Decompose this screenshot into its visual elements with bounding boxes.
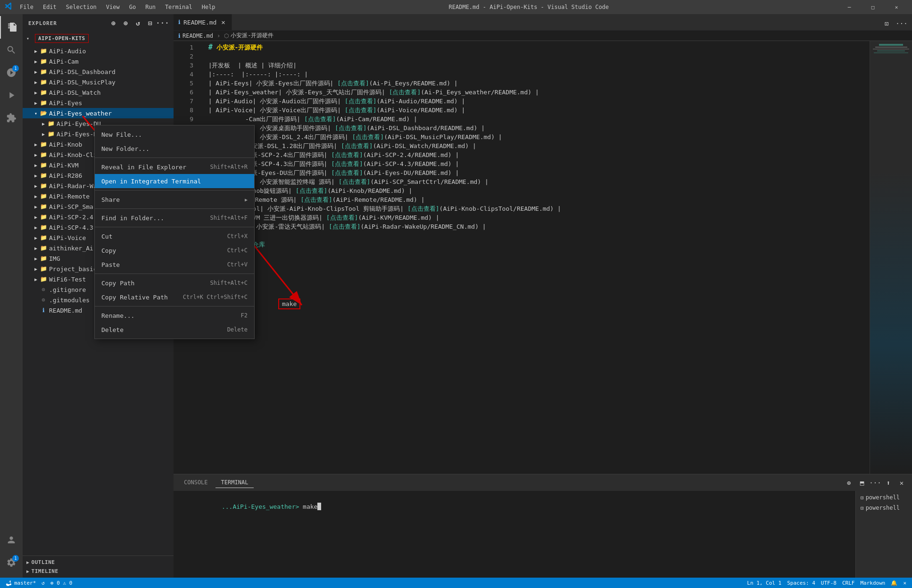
tree-item-eyes[interactable]: ▶ 📁 AiPi-Eyes [23,98,174,108]
ctx-paste[interactable]: Paste Ctrl+V [95,257,254,272]
tab-bar-actions: ⊡ ··· [880,17,912,30]
ctx-share-arrow-icon: ▶ [245,197,248,202]
folder-icon: 📁 [40,141,47,148]
collapse-icon[interactable]: ⊟ [145,18,156,28]
panel-tab-console[interactable]: CONSOLE [178,477,214,488]
ctx-cut[interactable]: Cut Ctrl+X [95,229,254,243]
menu-help[interactable]: Help [198,2,219,12]
status-position[interactable]: Ln 1, Col 1 [744,578,784,588]
more-icon[interactable]: ··· [158,18,168,28]
terminal-instance-1[interactable]: ⊡ powershell [858,493,910,502]
ctx-rename[interactable]: Rename... F2 [95,308,254,323]
gitmodules-file-icon: ⊙ [40,296,47,304]
split-editor-icon[interactable]: ⊡ [880,17,893,30]
menu-file[interactable]: File [16,2,37,12]
activity-account[interactable] [0,529,23,551]
maximize-button[interactable]: □ [862,0,884,14]
ctx-delete[interactable]: Delete Delete [95,323,254,337]
tree-item-musicplay[interactable]: ▶ 📁 AiPi-DSL_MusicPlay [23,77,174,87]
tree-item-cam[interactable]: ▶ 📁 AiPi-Cam [23,56,174,66]
folder-arrow-icon: ▶ [32,213,40,221]
folder-arrow-icon: ▶ [32,244,40,252]
tab-close-icon[interactable]: ✕ [219,18,227,26]
menu-go[interactable]: Go [125,2,140,12]
split-terminal-icon[interactable]: ⬒ [856,477,868,489]
menu-run[interactable]: Run [141,2,159,12]
tab-label: README.md [183,19,216,26]
tree-item-audio[interactable]: ▶ 📁 AiPi-Audio [23,46,174,56]
maximize-panel-icon[interactable]: ⬆ [883,477,894,489]
activity-source-control[interactable]: 1 [0,61,23,84]
refresh-icon[interactable]: ↺ [133,18,143,28]
ctx-new-file[interactable]: New File... [95,127,254,141]
more-panel-icon[interactable]: ··· [870,477,881,489]
tree-item-watch[interactable]: ▶ 📁 AiPi-DSL_Watch [23,87,174,98]
editor-content[interactable]: 1 2 3 4 5 6 7 8 9 10 11 12 13 14 15 16 1… [174,41,912,474]
root-folder[interactable]: ▾ AIPI-OPEN-KITS [23,32,174,45]
menu-selection[interactable]: Selection [62,2,100,12]
close-panel-icon[interactable]: ✕ [896,477,907,489]
folder-arrow-icon: ▶ [32,58,40,65]
ctx-find[interactable]: Find in Folder... Shift+Alt+F [95,211,254,225]
tab-readme[interactable]: ℹ README.md ✕ [174,14,232,30]
new-folder-icon[interactable]: ⊕ [121,18,131,28]
breadcrumb-section[interactable]: 小安派-开源硬件 [231,32,274,40]
terminal-content[interactable]: ...AiPi-Eyes_weather> make [174,491,855,578]
timeline-section[interactable]: ▶ TIMELINE [23,567,174,576]
more-tabs-icon[interactable]: ··· [895,17,908,30]
new-file-icon[interactable]: ⊕ [108,18,119,28]
ctx-divider-5 [95,273,254,274]
add-terminal-icon[interactable]: ⊕ [843,477,854,489]
activity-run[interactable] [0,84,23,107]
activity-settings[interactable]: 1 [0,551,23,574]
code-line-10: rd| 小安派桌面助手固件源码| [点击查看](AiPi-DSL_Dashboa… [197,124,870,133]
timeline-label: TIMELINE [32,568,58,574]
menu-edit[interactable]: Edit [39,2,60,12]
status-spaces[interactable]: Spaces: 4 [784,578,818,588]
ctx-copy-path[interactable]: Copy Path Shift+Alt+C [95,276,254,290]
code-line-14: 安派-SCP-4.3出厂固件源码| [点击查看](AiPi-SCP-4.3/RE… [197,159,870,168]
status-branch[interactable]: master* [3,578,39,588]
activity-explorer[interactable] [0,16,23,39]
context-menu[interactable]: New File... New Folder... Reveal in File… [94,125,255,339]
breadcrumb-file[interactable]: README.md [182,33,213,39]
activity-extensions[interactable] [0,107,23,129]
panel-tab-terminal[interactable]: TERMINAL [216,477,254,488]
code-line-15: 安派-Eyes-DU出厂固件源码| [点击查看](AiPi-Eyes-DU/RE… [197,168,870,177]
status-encoding[interactable]: UTF-8 [818,578,839,588]
ctx-share[interactable]: Share ▶ [95,192,254,207]
status-sync[interactable]: ↺ [39,578,48,588]
menu-terminal[interactable]: Terminal [161,2,196,12]
folder-icon: 📁 [40,172,47,179]
status-language[interactable]: Markdown [857,578,888,588]
ctx-divider-3 [95,208,254,209]
ctx-rename-shortcut: F2 [241,312,248,319]
ctx-copy-rel-path[interactable]: Copy Relative Path Ctrl+K Ctrl+Shift+C [95,290,254,304]
menu-view[interactable]: View [102,2,124,12]
ctx-reveal-label: Reveal in File Explorer [101,164,203,171]
folder-icon: 📁 [40,203,47,210]
ctx-copy[interactable]: Copy Ctrl+C [95,243,254,257]
tree-item-dashboard[interactable]: ▶ 📁 AiPi-DSL_Dashboard [23,66,174,77]
ctx-reveal[interactable]: Reveal in File Explorer Shift+Alt+R [95,160,254,174]
folder-arrow-icon: ▶ [32,68,40,75]
status-line-endings[interactable]: CRLF [839,578,858,588]
source-control-badge: 1 [12,65,19,72]
tree-item-eyes-weather[interactable]: ▾ 📂 AiPi-Eyes_weather [23,108,174,118]
folder-arrow-icon: ▾ [32,109,40,117]
folder-icon: 📁 [40,47,47,55]
code-editor[interactable]: # 小安派-开源硬件 |开发板 | 概述 | 详细介绍| |:----: |:-… [197,41,870,474]
terminal-prompt: ...AiPi-Eyes_weather> [222,503,303,510]
minimize-button[interactable]: ─ [838,0,860,14]
close-button[interactable]: ✕ [886,0,907,14]
ctx-open-terminal[interactable]: Open in Integrated Terminal [95,174,254,188]
activity-search[interactable] [0,39,23,61]
terminal-instance-2[interactable]: ⊡ powershell [858,503,910,513]
ctx-reveal-shortcut: Shift+Alt+R [210,164,248,170]
status-close[interactable]: ✕ [900,578,909,588]
ctx-new-folder[interactable]: New Folder... [95,141,254,156]
status-errors[interactable]: ⊗ 0 ⚠ 0 [48,578,75,588]
status-notifications[interactable]: 🔔 [888,578,900,588]
folder-arrow-icon: ▶ [32,151,40,158]
outline-section[interactable]: ▶ OUTLINE [23,558,174,567]
